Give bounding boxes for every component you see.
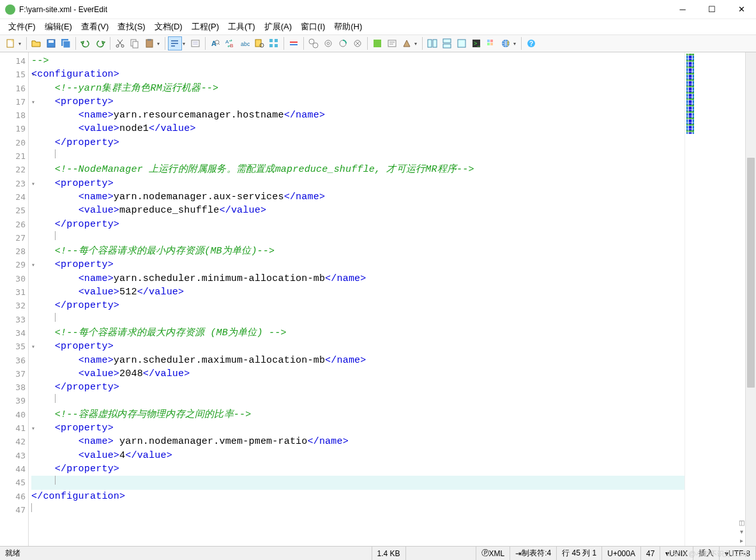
paste-dropdown[interactable]: ▾ — [157, 41, 162, 47]
save-icon[interactable] — [44, 36, 58, 50]
status-lines: 47 — [641, 547, 660, 560]
new-file-icon[interactable] — [4, 36, 18, 50]
status-ready: 就绪 — [0, 547, 372, 560]
svg-rect-42 — [487, 43, 490, 45]
scrollbar-thumb[interactable] — [747, 158, 755, 388]
collapse-icon[interactable]: ▾ — [737, 528, 745, 536]
redo-icon[interactable] — [93, 36, 107, 50]
svg-text:>_: >_ — [474, 40, 481, 47]
browser-icon[interactable] — [499, 36, 513, 50]
svg-point-25 — [309, 39, 314, 44]
svg-rect-11 — [192, 40, 199, 47]
svg-text:?: ? — [529, 40, 533, 47]
workspace-icon[interactable] — [267, 36, 281, 50]
find-in-files-icon[interactable]: abc — [238, 36, 252, 50]
svg-rect-37 — [458, 40, 465, 47]
svg-point-26 — [313, 43, 318, 48]
find-icon[interactable]: A — [208, 36, 222, 50]
menubar: 文件(F)编辑(E)查看(V)查找(S)文档(D)工程(P)工具(T)扩展(A)… — [0, 19, 756, 34]
titlebar: F:\yarn-site.xml - EverEdit ─ ☐ ✕ — [0, 0, 756, 19]
expand-icon[interactable]: ▸ — [737, 537, 745, 545]
status-insert[interactable]: 插入 — [693, 547, 720, 560]
status-eol[interactable]: ▾ UNIX — [660, 547, 693, 560]
minimap[interactable]: ██ ███████ ██ ████ ██ ██ ████ ██ ██ ████… — [684, 52, 745, 546]
grid-icon[interactable] — [484, 36, 498, 50]
svg-rect-24 — [290, 44, 298, 45]
help-icon[interactable]: ? — [524, 36, 538, 50]
svg-rect-31 — [374, 40, 381, 47]
svg-rect-4 — [63, 41, 70, 48]
menu-item[interactable]: 查找(S) — [113, 20, 149, 34]
status-tab[interactable]: ⇥ 制表符:4 — [510, 547, 557, 560]
nosplit-icon[interactable] — [455, 36, 469, 50]
svg-rect-33 — [428, 40, 432, 47]
cut-icon[interactable] — [113, 36, 127, 50]
status-filesize: 1.4 KB — [372, 547, 406, 560]
vertical-scrollbar[interactable] — [745, 52, 756, 546]
unindent-icon[interactable] — [321, 36, 335, 50]
svg-point-28 — [327, 42, 329, 45]
code-editor[interactable]: --><configuration> <!--yarn集群主角色RM运行机器--… — [29, 52, 684, 546]
menu-item[interactable]: 文档(D) — [150, 20, 187, 34]
replace-icon[interactable]: AB — [223, 36, 237, 50]
svg-rect-17 — [255, 40, 261, 47]
minimize-button[interactable]: ─ — [668, 0, 697, 19]
status-position[interactable]: 行 45 列 1 — [557, 547, 602, 560]
svg-rect-19 — [269, 39, 273, 42]
svg-rect-10 — [147, 39, 151, 41]
comment-icon[interactable] — [370, 36, 384, 50]
build-dropdown[interactable]: ▾ — [414, 41, 420, 47]
svg-rect-43 — [490, 43, 493, 45]
status-encoding[interactable]: ▾ UTF-8 — [720, 547, 756, 560]
sort-icon[interactable] — [336, 36, 350, 50]
indent-icon[interactable] — [306, 36, 321, 50]
status-language[interactable]: Ⓟ XML — [476, 547, 511, 560]
open-icon[interactable] — [29, 36, 43, 50]
svg-rect-35 — [443, 39, 451, 43]
close-button[interactable]: ✕ — [727, 0, 756, 19]
menu-item[interactable]: 工具(T) — [223, 20, 260, 34]
wrap-dropdown[interactable]: ▾ — [183, 41, 188, 47]
save-all-icon[interactable] — [59, 36, 73, 50]
menu-item[interactable]: 编辑(E) — [40, 20, 77, 34]
svg-point-27 — [325, 40, 331, 47]
menu-item[interactable]: 帮助(H) — [329, 20, 367, 34]
goto-icon[interactable] — [252, 36, 266, 50]
app-icon — [5, 4, 15, 15]
menu-item[interactable]: 窗口(I) — [296, 20, 329, 34]
new-dropdown[interactable]: ▾ — [19, 41, 24, 47]
bookmark-icon[interactable] — [287, 36, 301, 50]
svg-rect-21 — [269, 44, 273, 47]
menu-item[interactable]: 扩展(A) — [260, 20, 296, 34]
paste-icon[interactable] — [142, 36, 156, 50]
svg-rect-23 — [290, 42, 298, 43]
whitespace-icon[interactable] — [188, 36, 202, 50]
status-charcode: U+000A — [602, 547, 641, 560]
svg-rect-40 — [487, 40, 490, 42]
menu-item[interactable]: 工程(P) — [187, 20, 223, 34]
toolbar: ▾ ▾ ▾ A AB abc ▾ >_ ▾ ? — [0, 34, 756, 52]
svg-rect-22 — [275, 44, 278, 47]
copy-icon[interactable] — [128, 36, 142, 50]
terminal-icon[interactable]: >_ — [469, 36, 483, 50]
window-title: F:\yarn-site.xml - EverEdit — [19, 5, 668, 14]
menu-item[interactable]: 查看(V) — [77, 20, 113, 34]
svg-text:A: A — [225, 39, 229, 45]
split-toggle-icon[interactable]: ◫ — [737, 519, 745, 527]
build-icon[interactable] — [400, 36, 414, 50]
compare-icon[interactable] — [351, 36, 365, 50]
svg-text:abc: abc — [241, 41, 250, 47]
svg-rect-20 — [275, 39, 278, 42]
svg-rect-41 — [490, 40, 493, 42]
svg-rect-8 — [133, 42, 138, 48]
split-h-icon[interactable] — [425, 36, 439, 50]
corner-controls: ◫ ▾ ▸ — [736, 518, 745, 546]
undo-icon[interactable] — [79, 36, 93, 50]
split-v-icon[interactable] — [440, 36, 454, 50]
linewrap-icon[interactable] — [168, 36, 182, 50]
browser-dropdown[interactable]: ▾ — [513, 41, 518, 47]
line-gutter[interactable]: 1415161718192021222324252627282930313233… — [0, 52, 29, 546]
uncomment-icon[interactable] — [385, 36, 399, 50]
menu-item[interactable]: 文件(F) — [4, 20, 40, 34]
maximize-button[interactable]: ☐ — [697, 0, 727, 19]
